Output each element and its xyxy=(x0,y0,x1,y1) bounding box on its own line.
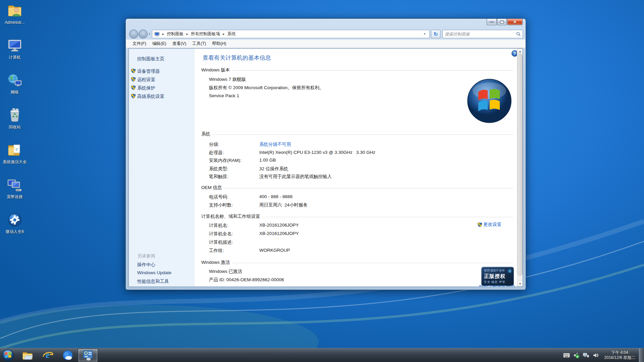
system-properties-window: ✕ ← → ▼ ▶ 控制面板 ▶ 所有控制面板项 ▶ 系统 ▼ ↻ xyxy=(125,18,526,290)
row-support-hours: 支持小时数: 周日至周六 24小时服务 xyxy=(209,202,513,208)
taskbar-control-panel-button-active[interactable] xyxy=(78,349,98,362)
sidebar-item-advanced-settings[interactable]: 高级系统设置 xyxy=(137,94,164,100)
broadband-connection-icon xyxy=(6,176,23,194)
row-value: 周日至周六 24小时服务 xyxy=(259,202,308,208)
change-settings-link[interactable]: 更改设置 xyxy=(477,222,501,228)
refresh-button[interactable]: ↻ xyxy=(431,30,440,38)
scroll-down-icon: ▼ xyxy=(519,282,522,285)
menu-bar: 文件(F) 编辑(E) 查看(V) 工具(T) 帮助(H) xyxy=(126,40,525,48)
rating-link[interactable]: 系统分级不可用 xyxy=(259,141,291,147)
uac-shield-icon xyxy=(131,77,136,82)
user-folder-icon xyxy=(6,2,23,19)
menu-view[interactable]: 查看(V) xyxy=(169,40,190,48)
row-computer-name: 计算机名: XB-20161206JOPY xyxy=(209,223,513,229)
show-desktop-button[interactable] xyxy=(639,348,644,362)
service-pack: Service Pack 1 xyxy=(209,93,239,98)
internet-explorer-icon: e xyxy=(42,350,53,361)
taskbar: e xyxy=(0,348,644,362)
desktop-icon-broadband[interactable]: 宽带连接 xyxy=(1,176,28,208)
input-language-icon[interactable] xyxy=(563,352,570,359)
computer-icon xyxy=(6,37,23,54)
clock-date: 2016/12/6 星期二 xyxy=(604,355,635,360)
window-titlebar[interactable]: ✕ xyxy=(126,19,526,29)
breadcrumb-arrow-icon[interactable]: ▶ xyxy=(185,33,189,36)
minimize-icon xyxy=(490,21,493,22)
taskbar-ie-button[interactable]: e xyxy=(38,349,58,362)
copyright-text: 版权所有 © 2009 Microsoft Corporation。保留所有权利… xyxy=(209,85,324,91)
minimize-button[interactable] xyxy=(487,19,497,25)
section-header-label: 计算机名称、域和工作组设置 xyxy=(201,214,260,220)
search-input[interactable] xyxy=(445,32,516,37)
row-value: 1.00 GB xyxy=(259,158,276,164)
row-label: 计算机描述: xyxy=(209,239,259,245)
sidebar-item-remote-settings[interactable]: 远程设置 xyxy=(137,77,155,83)
recent-pages-dropdown[interactable]: ▼ xyxy=(148,33,151,36)
back-button[interactable]: ← xyxy=(129,29,138,39)
sidebar-item-device-manager[interactable]: 设备管理器 xyxy=(137,68,160,74)
address-bar[interactable]: ▶ 控制面板 ▶ 所有控制面板项 ▶ 系统 ▼ xyxy=(152,30,430,38)
vertical-scrollbar[interactable]: ▲ ▼ xyxy=(517,49,523,287)
sidebar-item-action-center[interactable]: 操作中心 xyxy=(137,262,155,268)
row-value: 32 位操作系统 xyxy=(259,166,288,172)
sidebar-item-control-panel-home[interactable]: 控制面板主页 xyxy=(137,56,164,62)
row-system-type: 系统类型: 32 位操作系统 xyxy=(209,166,513,172)
row-value: 400 - 888 - 8888 xyxy=(259,194,292,200)
scroll-thumb[interactable] xyxy=(518,54,523,276)
desktop-icon-label: 回收站 xyxy=(9,125,21,129)
help-icon: ? xyxy=(514,51,516,56)
menu-edit[interactable]: 编辑(E) xyxy=(149,40,169,48)
row-computer-description: 计算机描述: xyxy=(209,239,513,245)
maximize-button[interactable] xyxy=(497,19,507,25)
breadcrumb-all-items[interactable]: 所有控制面板项 xyxy=(189,31,222,38)
system-page-icon xyxy=(154,32,160,37)
row-processor: 处理器: Intel(R) Xeon(R) CPU E3-1230 v3 @ 3… xyxy=(209,150,513,156)
desktop-icon-driver-genius[interactable]: 驱动人生6 xyxy=(1,211,28,243)
explorer-icon xyxy=(22,350,33,360)
desktop-icon-network[interactable]: 网络 xyxy=(1,72,28,104)
breadcrumb-arrow-icon[interactable]: ▶ xyxy=(222,33,225,36)
uac-shield-icon xyxy=(131,94,136,99)
registered-mark: ® xyxy=(507,117,510,121)
desktop-icon-computer[interactable]: 计算机 xyxy=(1,37,28,69)
scroll-down-button[interactable]: ▼ xyxy=(517,281,523,287)
desktop-icon-label: 系统激活大全 xyxy=(3,160,27,164)
row-label: 支持小时数: xyxy=(209,202,259,208)
breadcrumb-control-panel[interactable]: 控制面板 xyxy=(165,31,185,38)
address-dropdown-icon[interactable]: ▼ xyxy=(422,33,427,36)
scroll-up-button[interactable]: ▲ xyxy=(517,49,523,54)
row-value: WORKGROUP xyxy=(259,248,290,254)
sidebar-item-performance-tools[interactable]: 性能信息和工具 xyxy=(137,279,169,285)
row-workgroup: 工作组: WORKGROUP xyxy=(209,248,513,254)
scroll-up-icon: ▲ xyxy=(519,50,522,53)
taskbar-buttons: e xyxy=(17,349,98,362)
close-button[interactable]: ✕ xyxy=(507,19,523,25)
back-icon: ← xyxy=(131,31,136,37)
taskbar-explorer-button[interactable] xyxy=(17,349,38,362)
safely-remove-hardware-icon[interactable] xyxy=(573,352,580,359)
section-rule xyxy=(213,134,513,135)
taskbar-browser-button[interactable] xyxy=(58,349,78,362)
menu-file[interactable]: 文件(F) xyxy=(129,40,149,48)
desktop-icon-activation-folder[interactable]: e 系统激活大全 xyxy=(1,141,28,174)
svg-text:e: e xyxy=(46,350,50,360)
menu-help[interactable]: 帮助(H) xyxy=(209,40,229,48)
sidebar-item-windows-update[interactable]: Windows Update xyxy=(137,270,171,275)
desktop-icon-administrator-folder[interactable]: Administr... xyxy=(1,2,28,34)
section-computer-name: 计算机名称、域和工作组设置 xyxy=(201,214,513,220)
breadcrumb-system[interactable]: 系统 xyxy=(226,31,237,38)
section-header-label: Windows 版本 xyxy=(201,67,230,73)
start-button[interactable] xyxy=(2,349,14,362)
learn-more-link[interactable]: 联机了解更多内容 xyxy=(479,284,515,287)
menu-tools[interactable]: 工具(T) xyxy=(189,40,209,48)
network-status-icon[interactable] xyxy=(583,352,589,359)
volume-icon[interactable] xyxy=(592,352,599,359)
row-value: 没有可用于此显示器的笔或触控输入 xyxy=(259,174,332,180)
row-rating: 分级: 系统分级不可用 xyxy=(209,141,513,147)
taskbar-clock[interactable]: 下午 4:04 2016/12/6 星期二 xyxy=(602,350,637,360)
genuine-windows-badge[interactable]: 使用 微软® 软件 正版授权 安全 稳定 声誉 ✳ xyxy=(481,267,514,286)
desktop-icon-recycle-bin[interactable]: 回收站 xyxy=(1,107,28,139)
search-icon[interactable] xyxy=(516,32,521,36)
network-globe-icon xyxy=(6,72,23,89)
forward-button[interactable]: → xyxy=(139,29,148,39)
sidebar-item-system-protection[interactable]: 系统保护 xyxy=(137,85,155,91)
